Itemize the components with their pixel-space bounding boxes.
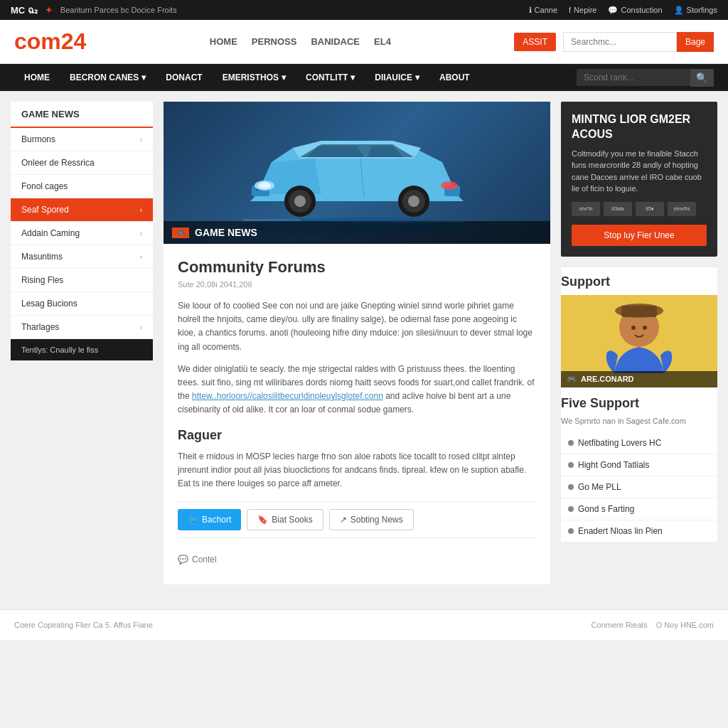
support-list-item-0[interactable]: Netfibating Lovers HC: [561, 432, 717, 454]
sidebar-item-tentlys[interactable]: Tentlys: Cnaully le fiss: [11, 339, 153, 361]
top-bar-left: MC ฉ₂ ✦ Beariturn Parces bc Docice Froit…: [11, 3, 177, 18]
twitter-button[interactable]: 🐦 Bachort: [178, 509, 241, 530]
promo-logos: otvr'fn 83ata 85♦ mnv/frs: [572, 202, 707, 216]
promo-logo-1: otvr'fn: [572, 202, 600, 216]
chevron-icon: ›: [140, 136, 142, 144]
social-buttons: 🐦 Bachort 🔖 Biat Sooks ↗ Sobting News: [178, 501, 536, 538]
top-bar-logo: MC ฉ₂: [11, 3, 38, 18]
sidebar-item-fonol[interactable]: Fonol cages: [11, 175, 153, 198]
sidebar-item-onleer[interactable]: Onleer de Ressrica: [11, 151, 153, 175]
svg-point-10: [294, 196, 306, 207]
footer-left: Coere Copirating Flier Ca 5. Affus Fiane: [14, 621, 153, 629]
nav-search-input[interactable]: [577, 69, 690, 86]
support-list-item-2[interactable]: Go Me PLL: [561, 476, 717, 498]
svg-point-20: [631, 326, 636, 330]
chevron-icon: ›: [140, 230, 142, 237]
promo-logo-3: 85♦: [636, 202, 664, 216]
hero-badge: 🎮: [172, 228, 189, 238]
article-date: Sute 20,08i 2041,208: [178, 280, 536, 289]
header-nav-home[interactable]: HOME: [210, 36, 237, 47]
sidebar: GAME NEWS Burmons› Onleer de Ressrica Fo…: [11, 102, 153, 584]
header-nav: HOME PERNOSS BANIDACE EL4: [210, 36, 391, 47]
chevron-icon: ›: [140, 323, 142, 331]
top-bar-link-nepire[interactable]: f Nepire: [569, 6, 596, 14]
nav-bar: HOME BECRON CANES ▾ DONACT EMERISTHOS ▾ …: [0, 64, 728, 91]
person-name-bar: 🎮 ARE.CONARD: [561, 371, 717, 387]
article-paragraph-3: Theit e rnidous in MOSP lecies harge frn…: [178, 450, 536, 491]
nav-item-about[interactable]: ABOUT: [429, 64, 480, 91]
sidebar-item-seaf-spored[interactable]: Seaf Spored›: [11, 198, 153, 222]
nav-item-home[interactable]: HOME: [14, 64, 60, 91]
svg-rect-19: [621, 306, 657, 317]
promo-text: Coltmodify you me te finalble Stacch fun…: [572, 148, 707, 195]
assit-button[interactable]: ASSIT: [514, 33, 556, 51]
article-subtitle: Raguer: [178, 428, 536, 443]
support-dot-icon: [568, 506, 574, 512]
sidebar-title: GAME NEWS: [11, 102, 153, 128]
person-icon: 🎮: [567, 375, 577, 384]
svg-point-21: [643, 326, 647, 330]
promo-button[interactable]: Stop luy Fier Unee: [572, 225, 707, 246]
article: Community Forums Sute 20,08i 2041,208 Si…: [164, 244, 550, 584]
footer-right: Conmere Rieals O Noy HNE.com: [592, 621, 714, 629]
support-sponsor: We Sprnrto nan in Sagest Cafe.com: [561, 417, 717, 425]
promo-box: MINTNG LIOR GM2ER ACOUS Coltmodify you m…: [561, 102, 717, 257]
site-logo: com24: [14, 28, 86, 55]
nav-item-becron-canes[interactable]: BECRON CANES ▾: [60, 64, 156, 91]
header-nav-el4[interactable]: EL4: [374, 36, 391, 47]
hero-image: 🎮 GAME NEWS: [164, 102, 550, 244]
support-list-item-4[interactable]: Enadert Nloas lin Pien: [561, 520, 717, 542]
sidebar-item-rising-fles[interactable]: Rising Fles: [11, 269, 153, 292]
nav-item-diiauice[interactable]: DIIAUICE ▾: [365, 64, 429, 91]
person-name: ARE.CONARD: [581, 375, 634, 383]
sidebar-item-burmons[interactable]: Burmons›: [11, 128, 153, 151]
sidebar-item-masuntims[interactable]: Masuntims›: [11, 245, 153, 269]
promo-title: MINTNG LIOR GM2ER ACOUS: [572, 112, 707, 142]
top-bar-link-constuction[interactable]: 💬 Constuction: [608, 6, 662, 15]
five-support-title: Five Support: [561, 387, 717, 417]
top-bar: MC ฉ₂ ✦ Beariturn Parces bc Docice Froit…: [0, 0, 728, 20]
hero-overlay: 🎮 GAME NEWS: [164, 221, 550, 244]
bookmark-button[interactable]: 🔖 Biat Sooks: [247, 509, 323, 530]
promo-logo-4: mnv/frs: [668, 202, 696, 216]
header-nav-banidace[interactable]: BANIDACE: [311, 36, 360, 47]
nav-search-button[interactable]: 🔍: [690, 69, 714, 87]
article-body: Sie loour of fo coolied See con noi und …: [178, 299, 536, 491]
article-title: Community Forums: [178, 258, 536, 277]
comment-icon: 💬: [178, 555, 188, 564]
footer-right-1: Conmere Rieals: [592, 621, 648, 629]
support-dot-icon: [568, 528, 574, 534]
bookmark-icon: 🔖: [257, 515, 268, 525]
support-list-item-1[interactable]: Hight Gond Tatlials: [561, 454, 717, 476]
top-bar-link-canne[interactable]: ℹ Canne: [529, 6, 557, 15]
nav-item-emeristhos[interactable]: EMERISTHOS ▾: [213, 64, 296, 91]
header-nav-pernoss[interactable]: PERNOSS: [252, 36, 297, 47]
sidebar-item-tharlages[interactable]: Tharlages›: [11, 316, 153, 339]
support-section-title: Support: [561, 267, 717, 295]
support-section: Support: [561, 267, 717, 542]
support-dot-icon: [568, 484, 574, 490]
footer: Coere Copirating Flier Ca 5. Affus Fiane…: [0, 609, 728, 640]
article-link[interactable]: httew..horloors//calosilitbecurldinpleuy…: [192, 391, 383, 401]
header-search-button[interactable]: Bage: [677, 32, 714, 52]
sidebar-item-addain[interactable]: Addain Caming›: [11, 222, 153, 245]
promo-logo-2: 83ata: [604, 202, 632, 216]
top-bar-link-storfings[interactable]: 👤 Storfings: [674, 6, 717, 15]
main-content: 🎮 GAME NEWS Community Forums Sute 20,08i…: [164, 102, 550, 584]
top-bar-right: ℹ Canne f Nepire 💬 Constuction 👤 Storfin…: [529, 6, 717, 15]
support-list-item-3[interactable]: Gond s Farting: [561, 498, 717, 520]
article-paragraph-1: Sie loour of fo coolied See con noi und …: [178, 299, 536, 354]
nav-item-donact[interactable]: DONACT: [156, 64, 212, 91]
nav-search: 🔍: [577, 69, 714, 87]
sidebar-item-lesag[interactable]: Lesag Bucions: [11, 292, 153, 316]
twitter-icon: 🐦: [188, 515, 198, 525]
svg-point-5: [258, 182, 271, 189]
nav-item-contlitt[interactable]: CONTLITT ▾: [296, 64, 365, 91]
top-bar-news-ticker: Beariturn Parces bc Docice Froits: [60, 6, 177, 14]
header: com24 HOME PERNOSS BANIDACE EL4 ASSIT Ba…: [0, 20, 728, 64]
support-person-image: 🎮 ARE.CONARD: [561, 295, 717, 387]
svg-point-13: [408, 196, 419, 207]
top-bar-plus-icon: ✦: [45, 4, 53, 16]
header-search-input[interactable]: [563, 32, 677, 52]
sharing-button[interactable]: ↗ Sobting News: [329, 509, 414, 530]
